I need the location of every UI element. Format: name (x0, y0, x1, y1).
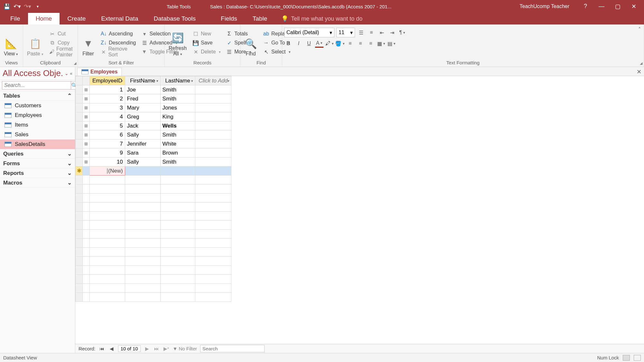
save-icon[interactable]: 💾 (4, 4, 10, 9)
cell-lastname-new[interactable] (160, 167, 195, 176)
table-row[interactable]: ⊞10SallySmith (76, 157, 231, 167)
cell-employeeid-new[interactable]: (New) (90, 167, 125, 176)
align-right-icon[interactable]: ≡ (367, 39, 375, 48)
table-row[interactable]: ⊞5JackWells (76, 121, 231, 130)
find-button[interactable]: 🔍 Find (242, 28, 259, 57)
nav-group-reports[interactable]: Reports⌄ (0, 168, 75, 178)
nav-group-tables[interactable]: Tables⌃ (0, 91, 75, 101)
tab-table[interactable]: Table (245, 13, 275, 24)
cell-firstname[interactable]: Sally (125, 130, 160, 139)
numbering-icon[interactable]: ≡ (367, 28, 376, 37)
toggle-filter-button[interactable]: ▼Toggle Filter (140, 47, 179, 56)
undo-icon[interactable]: ↶▾ (14, 4, 20, 9)
cell-firstname-new[interactable] (125, 167, 160, 176)
col-header-employeeid[interactable]: EmployeeID▾ (90, 76, 125, 85)
chevron-down-icon[interactable]: ▾ (227, 79, 229, 83)
col-header-lastname[interactable]: LastName▾ (160, 76, 195, 85)
tab-file[interactable]: File (3, 13, 28, 24)
tab-create[interactable]: Create (60, 13, 93, 24)
datasheet-view-button[interactable] (623, 355, 630, 361)
row-selector[interactable] (76, 121, 83, 130)
cell-employeeid[interactable]: 5 (90, 121, 125, 130)
expand-button[interactable]: ⊞ (83, 157, 90, 167)
nav-search-input[interactable] (2, 81, 71, 90)
nav-item-employees[interactable]: Employees (0, 110, 75, 120)
cell-employeeid[interactable]: 9 (90, 148, 125, 157)
cell-lastname[interactable]: Jones (160, 103, 195, 112)
close-tab-icon[interactable]: ✕ (637, 68, 641, 75)
format-painter-button[interactable]: 🖌Format Painter (48, 47, 76, 56)
table-row[interactable]: ⊞4GregKing (76, 112, 231, 121)
expand-button[interactable]: ⊞ (83, 148, 90, 157)
row-selector[interactable] (76, 85, 83, 94)
nav-group-queries[interactable]: Queries⌄ (0, 149, 75, 159)
nav-group-macros[interactable]: Macros⌄ (0, 178, 75, 188)
cell-firstname[interactable]: Greg (125, 112, 160, 121)
italic-button[interactable]: I (294, 39, 303, 48)
tab-home[interactable]: Home (28, 13, 60, 24)
cell-lastname[interactable]: Smith (160, 85, 195, 94)
cell-clicktoadd[interactable] (195, 85, 231, 94)
cell-clicktoadd-new[interactable] (195, 167, 231, 176)
next-record-button[interactable]: ▶ (144, 346, 150, 352)
row-selector[interactable] (76, 139, 83, 148)
cell-lastname[interactable]: Smith (160, 130, 195, 139)
table-row[interactable]: ⊞1JoeSmith (76, 85, 231, 94)
tab-database-tools[interactable]: Database Tools (146, 13, 203, 24)
cut-button[interactable]: ✂Cut (48, 29, 76, 38)
cell-lastname[interactable]: White (160, 139, 195, 148)
tell-me-search[interactable]: 💡 Tell me what you want to do (275, 13, 362, 24)
expand-button[interactable]: ⊞ (83, 103, 90, 112)
clipboard-launcher-icon[interactable]: ◢ (74, 61, 76, 65)
new-record-button[interactable]: ▶* (163, 346, 170, 352)
cell-clicktoadd[interactable] (195, 139, 231, 148)
design-view-button[interactable] (634, 355, 641, 361)
expand-button[interactable]: ⊞ (83, 121, 90, 130)
expand-button[interactable]: ⊞ (83, 85, 90, 94)
redo-icon[interactable]: ↷▾ (24, 4, 30, 9)
chevron-down-icon[interactable]: ▾ (121, 79, 123, 83)
row-selector[interactable] (76, 148, 83, 157)
col-header-firstname[interactable]: FirstName▾ (125, 76, 160, 85)
underline-button[interactable]: U (305, 39, 313, 48)
table-row[interactable]: ⊞6SallySmith (76, 130, 231, 139)
collapse-ribbon-icon[interactable]: ˄ (638, 26, 641, 33)
cell-clicktoadd[interactable] (195, 148, 231, 157)
prev-record-button[interactable]: ◀ (108, 346, 115, 352)
cell-employeeid[interactable]: 10 (90, 157, 125, 167)
row-selector[interactable] (76, 157, 83, 167)
nav-item-customers[interactable]: Customers (0, 101, 75, 110)
cell-lastname[interactable]: Smith (160, 94, 195, 103)
record-search-input[interactable] (200, 345, 265, 352)
last-record-button[interactable]: ⏭ (154, 346, 160, 351)
delete-button[interactable]: ✕Delete (191, 47, 222, 56)
new-button[interactable]: ☐New (191, 29, 222, 38)
bullets-icon[interactable]: ☰ (357, 28, 365, 37)
cell-clicktoadd[interactable] (195, 94, 231, 103)
textformatting-launcher-icon[interactable]: ◢ (640, 61, 642, 65)
decrease-indent-icon[interactable]: ⇤ (378, 28, 386, 37)
tab-external-data[interactable]: External Data (93, 13, 146, 24)
minimize-button[interactable]: — (597, 3, 606, 10)
table-row[interactable]: ⊞7JenniferWhite (76, 139, 231, 148)
cell-employeeid[interactable]: 1 (90, 85, 125, 94)
paste-button[interactable]: 📋 Paste (25, 28, 45, 57)
cell-lastname[interactable]: Wells (160, 121, 195, 130)
cell-firstname[interactable]: Sara (125, 148, 160, 157)
expand-button[interactable]: ⊞ (83, 139, 90, 148)
align-center-icon[interactable]: ≡ (356, 39, 365, 48)
cell-clicktoadd[interactable] (195, 112, 231, 121)
filter-button[interactable]: ▼ Filter (80, 28, 97, 57)
cell-lastname[interactable]: Brown (160, 148, 195, 157)
save-button[interactable]: 💾Save (191, 38, 222, 47)
cell-clicktoadd[interactable] (195, 103, 231, 112)
col-header-clicktoadd[interactable]: Click to Add▾ (195, 76, 231, 85)
bold-button[interactable]: B (284, 39, 293, 48)
cell-firstname[interactable]: Sally (125, 157, 160, 167)
nav-item-sales[interactable]: Sales (0, 130, 75, 139)
row-selector[interactable] (76, 112, 83, 121)
nav-dropdown-icon[interactable]: ⌄ (63, 71, 70, 76)
cell-firstname[interactable]: Mary (125, 103, 160, 112)
nav-pane-title[interactable]: All Access Obje... (3, 68, 63, 78)
expand-button[interactable]: ⊞ (83, 94, 90, 103)
